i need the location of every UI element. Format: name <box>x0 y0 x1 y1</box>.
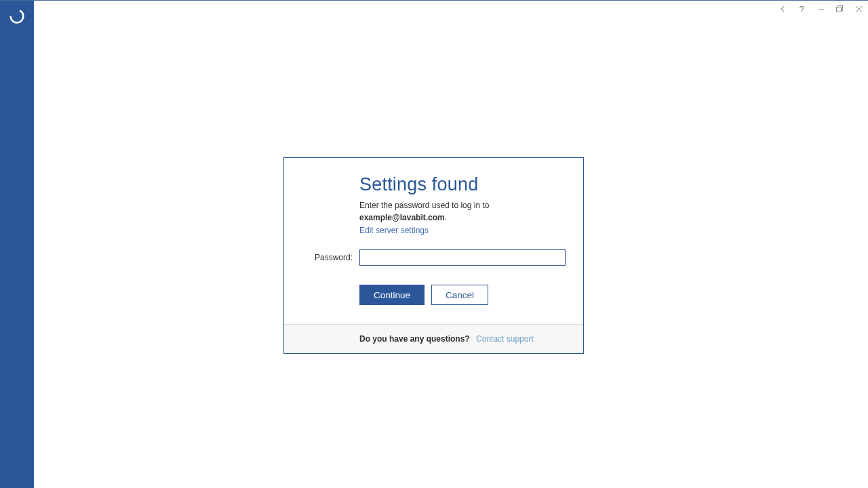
account-email: example@lavabit.com <box>359 213 445 222</box>
password-label: Password: <box>300 253 359 262</box>
dialog-body: Settings found Enter the password used t… <box>284 158 583 324</box>
svg-point-0 <box>8 7 26 25</box>
dialog-footer: Do you have any questions? Contact suppo… <box>284 324 583 353</box>
subtitle-suffix: . <box>445 213 447 222</box>
main-area: ? Settings found Enter the password used… <box>34 1 868 488</box>
subtitle-prefix: Enter the password used to log in to <box>359 201 489 210</box>
dialog-buttons: Continue Cancel <box>359 285 567 305</box>
svg-rect-3 <box>836 7 841 12</box>
footer-question: Do you have any questions? <box>359 334 470 344</box>
back-button[interactable] <box>773 1 792 17</box>
cancel-button[interactable]: Cancel <box>431 285 488 305</box>
contact-support-link[interactable]: Contact support <box>476 334 534 344</box>
edit-server-settings-link[interactable]: Edit server settings <box>359 226 429 235</box>
dialog-title: Settings found <box>359 174 567 195</box>
window-controls: ? <box>773 1 868 17</box>
password-input[interactable] <box>359 249 566 266</box>
maximize-button[interactable] <box>830 1 849 17</box>
close-button[interactable] <box>849 1 868 17</box>
settings-found-dialog: Settings found Enter the password used t… <box>283 157 584 354</box>
password-field-wrap <box>359 249 567 266</box>
app-sidebar <box>0 1 34 488</box>
loading-spinner-icon <box>8 7 26 28</box>
continue-button[interactable]: Continue <box>359 285 425 305</box>
dialog-subtitle: Enter the password used to log in to exa… <box>359 199 567 224</box>
minimize-button[interactable] <box>811 1 830 17</box>
help-button[interactable]: ? <box>792 1 811 17</box>
password-row: Password: <box>300 249 567 266</box>
